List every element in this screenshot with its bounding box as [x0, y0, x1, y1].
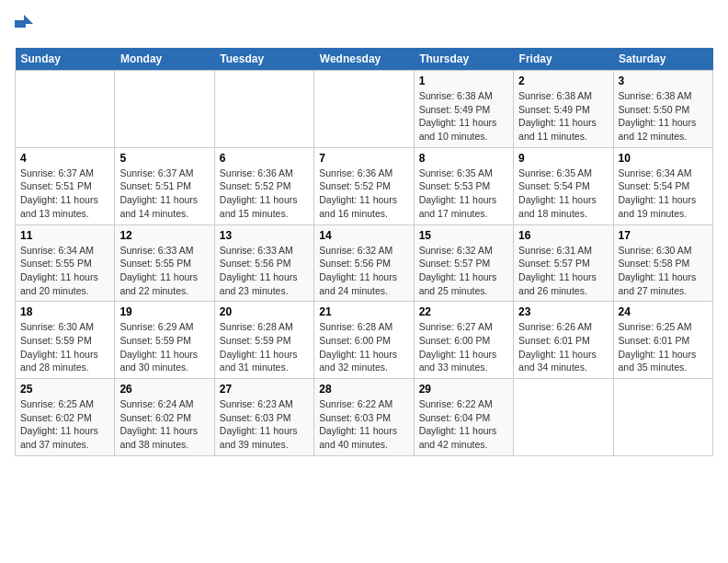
header-saturday: Saturday	[613, 48, 712, 71]
day-number: 2	[518, 75, 608, 87]
week-row-3: 18Sunrise: 6:30 AM Sunset: 5:59 PM Dayli…	[16, 302, 713, 379]
day-number: 13	[220, 229, 309, 242]
day-info: Sunrise: 6:27 AM Sunset: 6:00 PM Dayligh…	[419, 320, 508, 374]
day-info: Sunrise: 6:37 AM Sunset: 5:51 PM Dayligh…	[20, 167, 109, 221]
day-info: Sunrise: 6:33 AM Sunset: 5:55 PM Dayligh…	[119, 244, 209, 298]
day-number: 18	[20, 305, 109, 318]
day-number: 25	[20, 383, 109, 396]
day-cell	[514, 379, 613, 456]
header-friday: Friday	[514, 48, 613, 71]
day-number: 20	[220, 305, 309, 318]
day-info: Sunrise: 6:22 AM Sunset: 6:03 PM Dayligh…	[319, 397, 408, 452]
logo-icon	[15, 15, 33, 40]
day-number: 10	[619, 152, 708, 165]
week-row-1: 4Sunrise: 6:37 AM Sunset: 5:51 PM Daylig…	[16, 147, 713, 224]
day-number: 3	[619, 75, 708, 87]
day-info: Sunrise: 6:37 AM Sunset: 5:51 PM Dayligh…	[119, 167, 209, 221]
day-number: 24	[619, 305, 708, 318]
day-info: Sunrise: 6:32 AM Sunset: 5:57 PM Dayligh…	[419, 244, 508, 298]
day-info: Sunrise: 6:38 AM Sunset: 5:49 PM Dayligh…	[419, 89, 508, 144]
day-info: Sunrise: 6:29 AM Sunset: 5:59 PM Dayligh…	[119, 320, 209, 374]
day-number: 1	[419, 75, 508, 87]
day-number: 22	[419, 305, 508, 318]
day-info: Sunrise: 6:28 AM Sunset: 5:59 PM Dayligh…	[220, 320, 309, 374]
day-info: Sunrise: 6:25 AM Sunset: 6:01 PM Dayligh…	[619, 320, 708, 374]
day-number: 28	[319, 383, 408, 396]
day-cell: 16Sunrise: 6:31 AM Sunset: 5:57 PM Dayli…	[514, 224, 613, 302]
day-info: Sunrise: 6:28 AM Sunset: 6:00 PM Dayligh…	[319, 320, 408, 374]
day-cell: 23Sunrise: 6:26 AM Sunset: 6:01 PM Dayli…	[514, 302, 613, 379]
day-info: Sunrise: 6:23 AM Sunset: 6:03 PM Dayligh…	[220, 397, 309, 452]
day-info: Sunrise: 6:38 AM Sunset: 5:50 PM Dayligh…	[619, 89, 708, 144]
day-cell	[314, 71, 414, 148]
day-cell: 29Sunrise: 6:22 AM Sunset: 6:04 PM Dayli…	[414, 379, 513, 456]
day-cell: 21Sunrise: 6:28 AM Sunset: 6:00 PM Dayli…	[314, 302, 414, 379]
day-cell: 13Sunrise: 6:33 AM Sunset: 5:56 PM Dayli…	[214, 224, 313, 302]
day-cell: 26Sunrise: 6:24 AM Sunset: 6:02 PM Dayli…	[115, 379, 214, 456]
day-cell: 11Sunrise: 6:34 AM Sunset: 5:55 PM Dayli…	[16, 224, 115, 302]
day-number: 16	[518, 229, 608, 242]
calendar-header-row: SundayMondayTuesdayWednesdayThursdayFrid…	[16, 48, 713, 71]
day-cell: 12Sunrise: 6:33 AM Sunset: 5:55 PM Dayli…	[115, 224, 214, 302]
day-cell: 7Sunrise: 6:36 AM Sunset: 5:52 PM Daylig…	[314, 147, 414, 224]
day-number: 15	[419, 229, 508, 242]
day-number: 12	[119, 229, 209, 242]
day-cell: 19Sunrise: 6:29 AM Sunset: 5:59 PM Dayli…	[115, 302, 214, 379]
day-info: Sunrise: 6:35 AM Sunset: 5:53 PM Dayligh…	[419, 167, 508, 221]
calendar-table: SundayMondayTuesdayWednesdayThursdayFrid…	[15, 48, 713, 456]
day-number: 7	[319, 152, 408, 165]
header-tuesday: Tuesday	[214, 48, 313, 71]
day-cell: 17Sunrise: 6:30 AM Sunset: 5:58 PM Dayli…	[613, 224, 712, 302]
day-number: 23	[518, 305, 608, 318]
day-info: Sunrise: 6:31 AM Sunset: 5:57 PM Dayligh…	[518, 244, 608, 298]
week-row-0: 1Sunrise: 6:38 AM Sunset: 5:49 PM Daylig…	[16, 71, 713, 148]
day-cell: 4Sunrise: 6:37 AM Sunset: 5:51 PM Daylig…	[16, 147, 115, 224]
day-cell: 10Sunrise: 6:34 AM Sunset: 5:54 PM Dayli…	[613, 147, 712, 224]
day-cell: 27Sunrise: 6:23 AM Sunset: 6:03 PM Dayli…	[214, 379, 313, 456]
day-cell: 22Sunrise: 6:27 AM Sunset: 6:00 PM Dayli…	[414, 302, 513, 379]
day-cell	[115, 71, 214, 148]
day-number: 8	[419, 152, 508, 165]
day-number: 4	[20, 152, 109, 165]
logo	[15, 15, 37, 40]
day-info: Sunrise: 6:30 AM Sunset: 5:59 PM Dayligh…	[20, 320, 109, 374]
day-info: Sunrise: 6:34 AM Sunset: 5:54 PM Dayligh…	[619, 167, 708, 221]
day-number: 21	[319, 305, 408, 318]
day-cell: 28Sunrise: 6:22 AM Sunset: 6:03 PM Dayli…	[314, 379, 414, 456]
day-info: Sunrise: 6:33 AM Sunset: 5:56 PM Dayligh…	[220, 244, 309, 298]
day-cell	[613, 379, 712, 456]
header-thursday: Thursday	[414, 48, 513, 71]
day-number: 17	[619, 229, 708, 242]
day-info: Sunrise: 6:38 AM Sunset: 5:49 PM Dayligh…	[518, 89, 608, 144]
day-number: 6	[220, 152, 309, 165]
day-cell: 1Sunrise: 6:38 AM Sunset: 5:49 PM Daylig…	[414, 71, 513, 148]
header-wednesday: Wednesday	[314, 48, 414, 71]
day-info: Sunrise: 6:36 AM Sunset: 5:52 PM Dayligh…	[319, 167, 408, 221]
week-row-4: 25Sunrise: 6:25 AM Sunset: 6:02 PM Dayli…	[16, 379, 713, 456]
day-info: Sunrise: 6:26 AM Sunset: 6:01 PM Dayligh…	[518, 320, 608, 374]
day-cell: 25Sunrise: 6:25 AM Sunset: 6:02 PM Dayli…	[16, 379, 115, 456]
day-info: Sunrise: 6:30 AM Sunset: 5:58 PM Dayligh…	[619, 244, 708, 298]
header-monday: Monday	[115, 48, 214, 71]
day-cell: 15Sunrise: 6:32 AM Sunset: 5:57 PM Dayli…	[414, 224, 513, 302]
day-number: 19	[119, 305, 209, 318]
day-info: Sunrise: 6:36 AM Sunset: 5:52 PM Dayligh…	[220, 167, 309, 221]
header-sunday: Sunday	[16, 48, 115, 71]
svg-marker-1	[15, 20, 26, 28]
day-info: Sunrise: 6:24 AM Sunset: 6:02 PM Dayligh…	[119, 397, 209, 452]
day-cell: 6Sunrise: 6:36 AM Sunset: 5:52 PM Daylig…	[214, 147, 313, 224]
day-cell: 18Sunrise: 6:30 AM Sunset: 5:59 PM Dayli…	[16, 302, 115, 379]
day-number: 27	[220, 383, 309, 396]
page-header	[15, 15, 713, 40]
day-info: Sunrise: 6:35 AM Sunset: 5:54 PM Dayligh…	[518, 167, 608, 221]
day-cell: 2Sunrise: 6:38 AM Sunset: 5:49 PM Daylig…	[514, 71, 613, 148]
day-cell	[214, 71, 313, 148]
day-cell: 3Sunrise: 6:38 AM Sunset: 5:50 PM Daylig…	[613, 71, 712, 148]
day-cell: 24Sunrise: 6:25 AM Sunset: 6:01 PM Dayli…	[613, 302, 712, 379]
day-number: 5	[119, 152, 209, 165]
day-cell	[16, 71, 115, 148]
day-cell: 9Sunrise: 6:35 AM Sunset: 5:54 PM Daylig…	[514, 147, 613, 224]
day-cell: 14Sunrise: 6:32 AM Sunset: 5:56 PM Dayli…	[314, 224, 414, 302]
day-info: Sunrise: 6:34 AM Sunset: 5:55 PM Dayligh…	[20, 244, 109, 298]
week-row-2: 11Sunrise: 6:34 AM Sunset: 5:55 PM Dayli…	[16, 224, 713, 302]
